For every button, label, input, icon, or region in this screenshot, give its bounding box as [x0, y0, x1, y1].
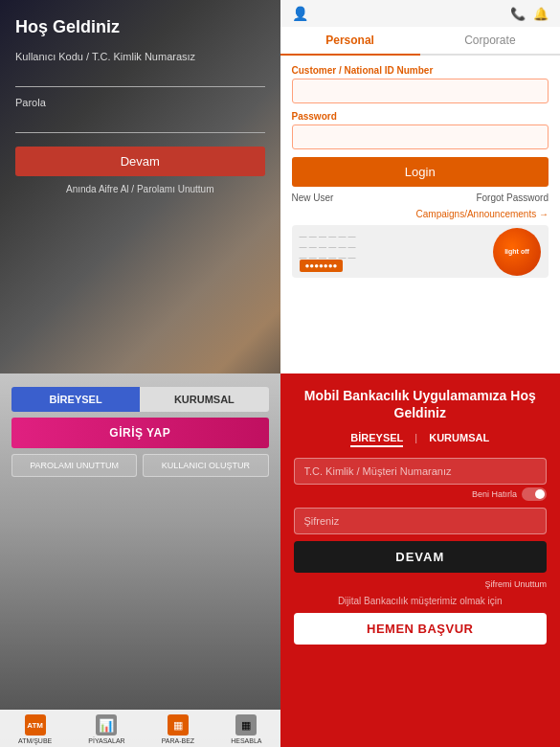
tab-personal[interactable]: Personal	[280, 27, 420, 56]
username-label-q1: Kullanıcı Kodu / T.C. Kimlik Numarasız	[15, 51, 265, 62]
password-input-q1[interactable]	[15, 111, 265, 133]
hesap-icon: ▦	[235, 714, 257, 736]
welcome-title-q4: Mobil Bankacılık Uygulamamıza Hoş Geldin…	[294, 387, 548, 421]
password-input-q4[interactable]	[294, 508, 548, 534]
nav-atm-label: ATM/ŞUBE	[18, 737, 52, 744]
q2-tab-bar: Personal Corporate	[280, 27, 561, 56]
forgot-password-btn-q3[interactable]: PAROLAMI UNUTTUM	[11, 454, 137, 477]
nav-hesap-label: HESABLA	[231, 737, 261, 744]
tab-bireysel-q3[interactable]: BİREYSEL	[11, 387, 140, 412]
banner-text: — — — — — —— — — — — —— — — — — —	[300, 231, 356, 263]
remember-toggle[interactable]	[522, 487, 547, 501]
quadrant-top-left: Hoş Geldiniz Kullanıcı Kodu / T.C. Kimli…	[0, 0, 280, 374]
q2-header: 👤 📞 🔔	[280, 0, 561, 27]
giris-yap-button[interactable]: GİRİŞ YAP	[11, 418, 269, 448]
atm-icon: ATM	[25, 714, 46, 736]
id-input-q4[interactable]	[294, 458, 548, 485]
phone-icon[interactable]: 📞	[510, 7, 526, 21]
nav-para-label: PARA-BEZ	[162, 737, 195, 744]
campaigns-link[interactable]: Campaigns/Announcements →	[292, 209, 549, 219]
tab-kurumsal-q4[interactable]: KURUMSAL	[429, 432, 489, 447]
quadrant-bottom-left: BİREYSEL KURUMSAL GİRİŞ YAP PAROLAMI UNU…	[0, 374, 280, 747]
devam-button-q1[interactable]: Devam	[15, 147, 265, 176]
bottom-nav-bar: ATM ATM/ŞUBE 📊 PİYASALAR ▦ PARA-BEZ ▦ HE…	[0, 710, 280, 747]
id-input[interactable]	[292, 79, 549, 103]
quadrant-top-right: 👤 📞 🔔 Personal Corporate Customer / Nati…	[280, 0, 561, 374]
banner-circle: light off	[493, 228, 541, 276]
forgot-link-q1[interactable]: Anında Aifre Al / Parolamı Unuttum	[15, 184, 265, 194]
remember-me-row: Beni Hatırla	[294, 487, 548, 501]
create-user-btn-q3[interactable]: KULLANICI OLUŞTUR	[143, 454, 268, 477]
nav-markets[interactable]: 📊 PİYASALAR	[88, 714, 124, 744]
bell-icon[interactable]: 🔔	[533, 7, 549, 21]
password-input-q2[interactable]	[292, 124, 549, 149]
password-field-label: Password	[292, 111, 549, 122]
new-user-link[interactable]: New User	[292, 192, 334, 203]
username-input-q1[interactable]	[15, 65, 265, 87]
nav-hesap[interactable]: ▦ HESABLA	[231, 714, 261, 744]
quadrant-bottom-right: Mobil Bankacılık Uygulamamıza Hoş Geldin…	[280, 374, 561, 747]
tab-corporate[interactable]: Corporate	[420, 27, 560, 56]
apply-button-q4[interactable]: HEMEN BAŞVUR	[294, 613, 548, 645]
welcome-title-q1: Hoş Geldiniz	[15, 17, 265, 37]
tab-kurumsal-q3[interactable]: KURUMSAL	[140, 387, 268, 412]
devam-button-q4[interactable]: DEVAM	[294, 541, 548, 573]
tab-divider: |	[414, 432, 417, 447]
nav-atm[interactable]: ATM ATM/ŞUBE	[18, 714, 52, 744]
q2-body: Customer / National ID Number Password L…	[280, 56, 561, 374]
q2-links: New User Forgot Password	[292, 192, 549, 203]
q4-tab-bar: BİREYSEL | KURUMSAL	[294, 432, 548, 447]
person-icon[interactable]: 👤	[292, 6, 308, 21]
remember-label: Beni Hatırla	[472, 489, 517, 499]
nav-para[interactable]: ▦ PARA-BEZ	[162, 714, 195, 744]
nav-markets-label: PİYASALAR	[88, 737, 124, 744]
banner: — — — — — —— — — — — —— — — — — — light …	[292, 225, 549, 278]
register-text: Dijital Bankacılık müşterimiz olmak için	[294, 596, 548, 606]
q3-tab-bar: BİREYSEL KURUMSAL	[11, 387, 269, 412]
password-label-q1: Parola	[15, 97, 265, 108]
header-icons: 📞 🔔	[510, 7, 549, 21]
forgot-link-q4[interactable]: Şifremi Unuttum	[294, 579, 548, 589]
tab-bireysel-q4[interactable]: BİREYSEL	[350, 432, 403, 447]
login-button-q2[interactable]: Login	[292, 157, 549, 187]
banner-action-btn[interactable]: ●●●●●●●	[300, 260, 344, 272]
id-field-label: Customer / National ID Number	[292, 65, 549, 76]
forgot-password-link[interactable]: Forgot Password	[476, 192, 549, 203]
para-icon: ▦	[168, 714, 189, 736]
markets-icon: 📊	[96, 714, 117, 736]
